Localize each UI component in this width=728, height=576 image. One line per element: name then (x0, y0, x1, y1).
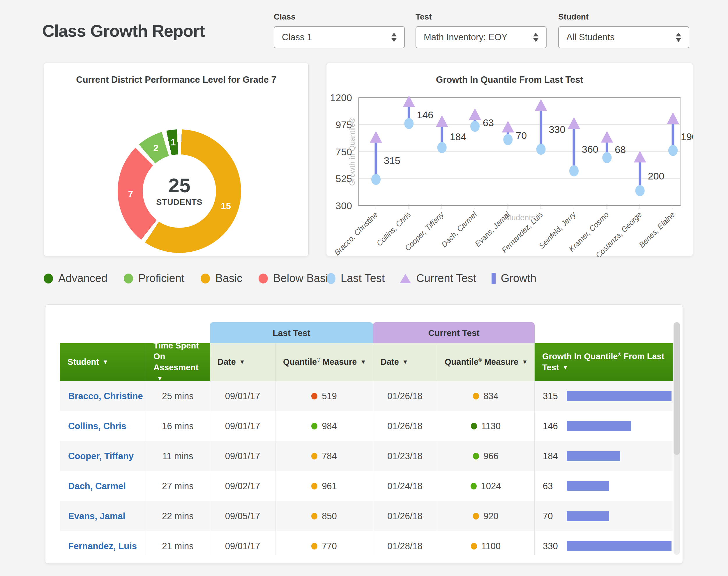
legend-label: Current Test (416, 272, 476, 285)
growth-bar (567, 391, 671, 401)
time-spent-cell: 25 mins (146, 381, 210, 411)
registered-mark: ® (618, 352, 621, 357)
growth-value-label: 330 (549, 124, 566, 135)
time-spent-cell: 27 mins (146, 471, 210, 501)
column-header-time-spent-on-assesment[interactable]: Time Spent On Assesment▼ (146, 343, 210, 381)
last-test-date-cell: 09/01/17 (210, 411, 275, 441)
legend-item-below-basic: Below Basic (259, 272, 333, 285)
performance-level-dot-icon (471, 543, 477, 549)
growth-cell: 63 (535, 471, 673, 501)
column-header-label: Growth In Quantile (542, 352, 618, 361)
quantile-value: 1024 (481, 481, 501, 491)
quantile-value: 961 (322, 481, 337, 491)
current-test-arrowhead (502, 121, 514, 132)
growth-chart-card: Growth In Quantile From Last Test 120097… (326, 63, 693, 256)
student-cell: Fernandez, Luis (60, 531, 146, 555)
student-cell: Evans, Jamal (60, 501, 146, 531)
group-header-current-test: Current Test (373, 322, 535, 344)
student-filter: Student All Students (558, 12, 689, 48)
column-header-student[interactable]: Student▼ (60, 343, 146, 381)
student-name-link[interactable]: Collins, Chris (68, 421, 126, 431)
legend-label: Proficient (138, 272, 184, 285)
last-test-dot (437, 142, 447, 153)
column-header-date[interactable]: Date▼ (210, 343, 275, 381)
test-filter: Test Math Inventory: EOY (416, 12, 547, 48)
y-tick-label: 1200 (330, 92, 352, 103)
last-test-dot (503, 134, 513, 145)
registered-mark: ® (479, 358, 482, 363)
table-scrollbar-track[interactable] (673, 322, 680, 555)
table-row: Cooper, Tiffany11 mins09/01/1778401/23/1… (60, 441, 673, 471)
table-row: Evans, Jamal22 mins09/05/1785001/26/1892… (60, 501, 673, 531)
quantile-value: 834 (483, 391, 498, 402)
legend-dot-icon (201, 273, 210, 284)
current-test-quantile-cell: 966 (437, 441, 535, 471)
student-name-link[interactable]: Evans, Jamal (68, 511, 125, 521)
legend-label: Advanced (58, 272, 108, 285)
time-spent-cell: 16 mins (146, 411, 210, 441)
legend-dot-icon (44, 273, 53, 284)
class-select-value: Class 1 (282, 32, 312, 42)
current-test-arrow-icon (400, 274, 411, 283)
table-row: Collins, Chris16 mins09/01/1798401/26/18… (60, 411, 673, 441)
performance-level-dot-icon (473, 453, 479, 459)
student-cell: Collins, Chris (60, 411, 146, 441)
student-select[interactable]: All Students (558, 26, 689, 48)
current-test-quantile-cell: 1024 (437, 471, 535, 501)
last-test-dot (371, 174, 381, 185)
student-filter-label: Student (558, 12, 689, 22)
growth-cell: 70 (535, 501, 673, 531)
current-test-arrowhead (634, 151, 646, 162)
legend-item-basic: Basic (201, 272, 242, 285)
last-test-dot (404, 118, 414, 129)
class-filter: Class Class 1 (274, 12, 405, 48)
performance-legend: AdvancedProficientBasicBelow Basic (44, 272, 333, 285)
last-test-date-cell: 09/05/17 (210, 501, 275, 531)
growth-value-label: 184 (450, 131, 466, 142)
sort-descending-icon[interactable]: ▼ (361, 358, 366, 366)
current-test-quantile-cell: 834 (437, 381, 535, 411)
growth-table: Last TestCurrent TestStudent▼Time Spent … (60, 322, 673, 555)
sort-descending-icon[interactable]: ▼ (239, 358, 245, 366)
current-test-quantile-cell: 920 (437, 501, 535, 531)
growth-value: 70 (543, 511, 567, 521)
column-header-label: Quantile (283, 357, 317, 367)
sort-descending-icon[interactable]: ▼ (562, 364, 568, 371)
column-header-growth-in-quantile[interactable]: Growth In Quantile® From Last Test▼ (535, 343, 673, 381)
student-name-link[interactable]: Bracco, Christine (68, 391, 143, 402)
column-header-date[interactable]: Date▼ (373, 343, 437, 381)
last-test-date-cell: 09/01/17 (210, 381, 275, 411)
registered-mark: ® (317, 358, 320, 363)
growth-bar-icon (491, 273, 496, 284)
table-scrollbar-thumb[interactable] (673, 322, 680, 455)
x-tick-student-name: Collins, Chris (375, 210, 413, 248)
quantile-value: 984 (322, 421, 337, 431)
student-name-link[interactable]: Fernandez, Luis (68, 541, 137, 551)
column-header-label: Measure (320, 357, 357, 367)
column-header-quantile[interactable]: Quantile® Measure▼ (437, 343, 535, 381)
sort-descending-icon[interactable]: ▼ (402, 358, 408, 366)
donut-total-students: 25 (168, 175, 190, 195)
sort-descending-icon[interactable]: ▼ (522, 358, 528, 366)
column-header-quantile[interactable]: Quantile® Measure▼ (275, 343, 373, 381)
column-header-label: Date (381, 357, 399, 367)
class-select[interactable]: Class 1 (274, 26, 405, 48)
current-test-quantile-cell: 1130 (437, 411, 535, 441)
donut-segment-label: 15 (221, 201, 231, 211)
growth-value-label: 315 (384, 155, 400, 166)
student-cell: Cooper, Tiffany (60, 441, 146, 471)
column-header-label: Student (67, 357, 99, 367)
student-name-link[interactable]: Dach, Carmel (68, 481, 126, 491)
sort-descending-icon[interactable]: ▼ (102, 358, 108, 366)
growth-arrow-chart: 1200975750525300Growth in Quantile®Stude… (327, 63, 693, 257)
current-test-quantile-cell: 1100 (437, 531, 535, 555)
growth-legend: Last TestCurrent TestGrowth (327, 272, 536, 285)
page-title: Class Growth Report (42, 21, 205, 40)
select-caret-icon (533, 33, 539, 42)
growth-value: 184 (543, 451, 567, 461)
growth-cell: 146 (535, 411, 673, 441)
test-select[interactable]: Math Inventory: EOY (416, 26, 547, 48)
growth-value-label: 146 (417, 109, 433, 120)
student-name-link[interactable]: Cooper, Tiffany (68, 451, 134, 461)
legend-label: Basic (215, 272, 242, 285)
